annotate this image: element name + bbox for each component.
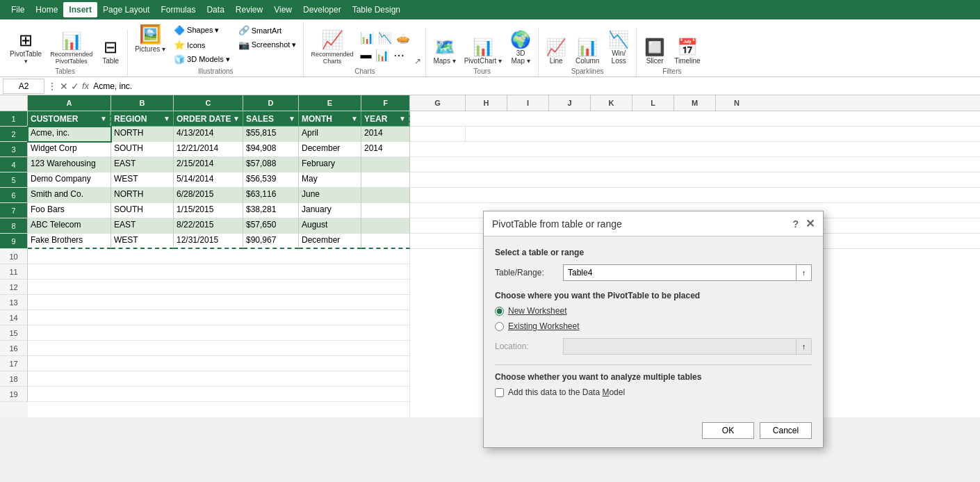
cell-d9[interactable]: $90,967: [243, 234, 299, 249]
row-num-12[interactable]: 12: [0, 280, 28, 295]
menu-developer[interactable]: Developer: [297, 2, 347, 17]
recommended-charts-button[interactable]: 📈 RecommendedCharts: [308, 28, 356, 66]
icons-button[interactable]: ⭐Icons: [171, 38, 233, 51]
cell-a5[interactable]: Demo Company: [28, 172, 111, 188]
cell-c4[interactable]: 2/15/2014: [174, 157, 243, 172]
cell-c3[interactable]: 12/21/2014: [174, 142, 243, 157]
cell-f5[interactable]: [361, 172, 410, 188]
row-num-11[interactable]: 11: [0, 264, 28, 280]
cell-a4[interactable]: 123 Warehousing: [28, 157, 111, 172]
header-year[interactable]: YEAR▼: [361, 111, 410, 127]
line-sparkline-button[interactable]: 📈 Line: [543, 36, 569, 66]
table-range-input[interactable]: Table4: [563, 264, 797, 281]
data-model-label[interactable]: Add this data to the Data Model: [508, 387, 625, 397]
cell-a9[interactable]: Fake Brothers: [28, 234, 111, 249]
3d-map-button[interactable]: 🌍 3DMap ▾: [507, 29, 534, 66]
col-header-i[interactable]: I: [507, 95, 549, 111]
cell-d7[interactable]: $38,281: [243, 203, 299, 218]
column-sparkline-button[interactable]: 📊 Column: [572, 36, 603, 66]
row-num-16[interactable]: 16: [0, 341, 28, 356]
header-month[interactable]: MONTH▼: [299, 111, 361, 127]
col-header-e[interactable]: E: [299, 95, 361, 111]
menu-file[interactable]: File: [6, 2, 30, 17]
cell-f8[interactable]: [361, 218, 410, 234]
header-order-date[interactable]: ORDER DATE▼: [174, 111, 243, 127]
col-header-b[interactable]: B: [111, 95, 174, 111]
formula-input[interactable]: Acme, inc.: [92, 80, 977, 93]
col-header-f[interactable]: F: [361, 95, 410, 111]
col-header-k[interactable]: K: [591, 95, 632, 111]
cell-e4[interactable]: February: [299, 157, 361, 172]
cell-a6[interactable]: Smith and Co.: [28, 188, 111, 203]
pivot-chart-button[interactable]: 📊 PivotChart ▾: [462, 36, 505, 66]
cell-e8[interactable]: August: [299, 218, 361, 234]
confirm-formula-icon[interactable]: ✓: [71, 81, 79, 92]
cell-c5[interactable]: 5/14/2014: [174, 172, 243, 188]
dialog-help-icon[interactable]: ?: [792, 218, 799, 230]
menu-review[interactable]: Review: [230, 2, 268, 17]
cell-c8[interactable]: 8/22/2015: [174, 218, 243, 234]
cell-f6[interactable]: [361, 188, 410, 203]
formula-expand-icon[interactable]: ⋮: [47, 81, 57, 92]
cell-reference-input[interactable]: A2: [3, 79, 44, 94]
dialog-close-icon[interactable]: ✕: [806, 217, 815, 230]
cell-f4[interactable]: [361, 157, 410, 172]
row-num-19[interactable]: 19: [0, 387, 28, 402]
line-chart-button[interactable]: 📉: [377, 30, 393, 46]
col-header-n[interactable]: N: [716, 95, 758, 111]
col-header-d[interactable]: D: [243, 95, 299, 111]
col-header-c[interactable]: C: [174, 95, 243, 111]
cell-e7[interactable]: January: [299, 203, 361, 218]
cell-d3[interactable]: $94,908: [243, 142, 299, 157]
cell-c9[interactable]: 12/31/2015: [174, 234, 243, 249]
cell-b2[interactable]: NORTH: [111, 127, 174, 142]
existing-worksheet-radio[interactable]: [495, 322, 504, 331]
cell-c6[interactable]: 6/28/2015: [174, 188, 243, 203]
cell-e3[interactable]: December: [299, 142, 361, 157]
col-header-g[interactable]: G: [410, 95, 466, 111]
more-charts-button[interactable]: ⋯: [392, 47, 406, 63]
cell-f2[interactable]: 2014: [361, 127, 410, 142]
slicer-button[interactable]: 🔲 Slicer: [641, 36, 669, 66]
cell-f3[interactable]: 2014: [361, 142, 410, 157]
col-header-a[interactable]: A: [28, 95, 111, 111]
menu-insert[interactable]: Insert: [63, 2, 97, 17]
cell-a3[interactable]: Widget Corp: [28, 142, 111, 157]
location-input[interactable]: [563, 338, 797, 355]
col-header-h[interactable]: H: [466, 95, 507, 111]
row-num-3[interactable]: 3: [0, 142, 28, 157]
column-chart-button[interactable]: 📊: [359, 30, 375, 46]
menu-data[interactable]: Data: [201, 2, 229, 17]
win-loss-button[interactable]: 📉 Win/Loss: [605, 29, 632, 66]
row-num-14[interactable]: 14: [0, 310, 28, 326]
shapes-button[interactable]: 🔷Shapes ▾: [171, 24, 233, 37]
pivot-table-dialog[interactable]: PivotTable from table or range ? ✕ Selec…: [483, 211, 824, 417]
3d-models-button[interactable]: 🧊3D Models ▾: [171, 53, 233, 66]
cell-d6[interactable]: $63,116: [243, 188, 299, 203]
pie-chart-button[interactable]: 🥧: [395, 30, 411, 46]
table-button[interactable]: ⊟ Table: [98, 36, 123, 66]
row-num-1[interactable]: 1: [0, 111, 28, 127]
timeline-button[interactable]: 📅 Timeline: [671, 36, 703, 66]
row-num-8[interactable]: 8: [0, 218, 28, 234]
cell-f9[interactable]: [361, 234, 410, 249]
row-num-7[interactable]: 7: [0, 203, 28, 218]
col-header-j[interactable]: J: [549, 95, 591, 111]
cell-b6[interactable]: NORTH: [111, 188, 174, 203]
row-num-10[interactable]: 10: [0, 249, 28, 264]
row-num-2[interactable]: 2: [0, 127, 28, 142]
new-worksheet-label[interactable]: New Worksheet: [508, 306, 566, 316]
col-header-l[interactable]: L: [632, 95, 674, 111]
area-chart-button[interactable]: 📊: [374, 47, 391, 63]
menu-home[interactable]: Home: [30, 2, 63, 17]
header-customer[interactable]: CUSTOMER▼: [28, 111, 111, 127]
table-range-collapse-button[interactable]: ↑: [797, 264, 812, 281]
header-region[interactable]: REGION▼: [111, 111, 174, 127]
cell-c2[interactable]: 4/13/2014: [174, 127, 243, 142]
cell-f7[interactable]: [361, 203, 410, 218]
cell-e2[interactable]: April: [299, 127, 361, 142]
charts-dialog-launcher[interactable]: ↗: [414, 56, 421, 66]
menu-formulas[interactable]: Formulas: [155, 2, 201, 17]
row-num-17[interactable]: 17: [0, 356, 28, 371]
cell-d4[interactable]: $57,088: [243, 157, 299, 172]
